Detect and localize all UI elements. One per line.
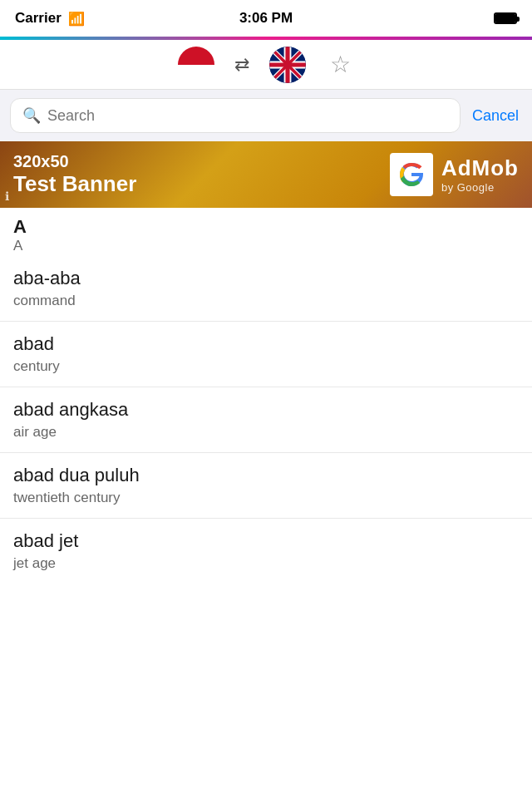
search-bar: 🔍 Cancel — [0, 90, 532, 141]
search-input-wrapper: 🔍 — [10, 98, 461, 133]
admob-sub: by Google — [441, 181, 519, 194]
admob-g-icon — [390, 153, 433, 196]
status-battery — [494, 12, 517, 24]
word-translation: twentieth century — [13, 490, 519, 506]
status-carrier-wifi: Carrier 📶 — [15, 10, 85, 27]
search-input[interactable] — [47, 107, 448, 125]
nav-bar: ⇄ ☆ — [0, 40, 532, 90]
ad-text-block: 320x50 Test Banner — [0, 144, 150, 205]
word-translation: command — [13, 293, 519, 309]
battery-icon — [494, 12, 517, 24]
admob-text-block: AdMob by Google — [441, 155, 519, 194]
word-translation: air age — [13, 424, 519, 441]
list-item[interactable]: aba-aba command — [0, 256, 532, 322]
admob-logo: AdMob by Google — [390, 153, 519, 196]
ad-banner[interactable]: 320x50 Test Banner ℹ AdMob by Google — [0, 141, 532, 208]
flag-uk[interactable] — [269, 47, 306, 83]
status-bar: Carrier 📶 3:06 PM — [0, 0, 532, 37]
word-translation: jet age — [13, 555, 519, 572]
ad-info-icon: ℹ — [5, 190, 9, 203]
swap-icon[interactable]: ⇄ — [234, 54, 249, 76]
list-item[interactable]: abad century — [0, 322, 532, 387]
flag-indonesia[interactable] — [178, 47, 214, 83]
search-icon: 🔍 — [22, 106, 41, 125]
list-item[interactable]: abad angkasa air age — [0, 387, 532, 453]
ad-right: AdMob by Google — [390, 141, 532, 208]
ad-test-label: Test Banner — [13, 171, 136, 197]
wifi-icon: 📶 — [68, 11, 85, 27]
favorites-button[interactable]: ☆ — [326, 51, 354, 79]
section-subletter: A — [13, 238, 519, 254]
cancel-button[interactable]: Cancel — [469, 107, 522, 125]
carrier-label: Carrier — [15, 10, 62, 27]
ad-size-label: 320x50 — [13, 152, 136, 171]
section-letter: A — [13, 216, 519, 238]
word-term: aba-aba — [13, 268, 519, 289]
flag-red-half — [178, 47, 214, 65]
flag-white-half — [178, 65, 214, 83]
status-time: 3:06 PM — [239, 10, 293, 27]
list-item[interactable]: abad dua puluh twentieth century — [0, 453, 532, 519]
star-icon: ☆ — [330, 53, 351, 76]
section-header-a: A A — [0, 208, 532, 256]
word-term: abad dua puluh — [13, 465, 519, 486]
word-translation: century — [13, 358, 519, 375]
word-term: abad angkasa — [13, 399, 519, 421]
word-term: abad — [13, 333, 519, 355]
word-list: A A aba-aba command abad century abad an… — [0, 208, 532, 798]
admob-title: AdMob — [441, 155, 519, 181]
word-term: abad jet — [13, 530, 519, 552]
list-item[interactable]: abad jet jet age — [0, 519, 532, 584]
